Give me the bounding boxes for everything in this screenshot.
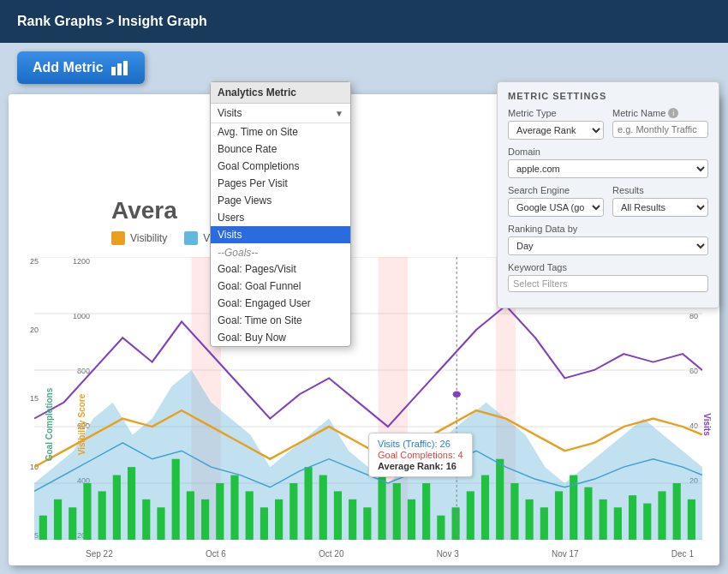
svg-rect-12 [39, 516, 47, 540]
svg-rect-1 [117, 63, 122, 75]
svg-rect-36 [393, 483, 401, 540]
breadcrumb-current: Insight Graph [118, 14, 207, 28]
keyword-tags-select[interactable]: Select Filters [508, 275, 708, 292]
analytics-dropdown: Analytics Metric Visits ▼ Avg. Time on S… [210, 81, 351, 347]
svg-rect-54 [658, 491, 665, 540]
add-metric-label: Add Metric [33, 60, 104, 75]
analytics-item-visits[interactable]: Visits [211, 226, 350, 243]
svg-rect-22 [187, 491, 194, 540]
metric-settings-panel: METRIC SETTINGS Metric Type Average Rank… [497, 81, 719, 308]
analytics-selected-value: Visits [218, 107, 242, 119]
axis-title-visits: Visits [701, 413, 711, 436]
axis-title-goal-completions: Goal Completions [45, 388, 54, 462]
top-bar: Rank Graphs > Insight Graph [0, 0, 728, 43]
svg-rect-50 [600, 499, 607, 540]
svg-rect-35 [378, 467, 385, 540]
chart-bar-icon [110, 60, 129, 75]
settings-row-tags: Keyword Tags Select Filters [508, 262, 708, 292]
analytics-group-goals: --Goals-- [211, 243, 350, 260]
svg-rect-27 [260, 507, 268, 540]
svg-rect-42 [481, 475, 489, 540]
settings-col-type: Metric Type Average Rank [508, 108, 604, 140]
breadcrumb-prefix: Rank Graphs > [17, 14, 118, 28]
svg-rect-47 [555, 491, 563, 540]
search-engine-select[interactable]: Google USA (google.co... [508, 198, 604, 217]
settings-row-engine-results: Search Engine Google USA (google.co... R… [508, 185, 708, 217]
analytics-list[interactable]: Avg. Time on Site Bounce Rate Goal Compl… [211, 123, 350, 346]
svg-rect-44 [510, 483, 518, 540]
metric-name-input[interactable] [612, 121, 708, 138]
analytics-item-bounce-rate[interactable]: Bounce Rate [211, 141, 350, 158]
analytics-item-goal-time[interactable]: Goal: Time on Site [211, 312, 350, 329]
svg-rect-45 [526, 499, 534, 540]
svg-rect-53 [643, 504, 651, 540]
svg-rect-55 [673, 483, 681, 540]
legend-color-visits [184, 231, 198, 245]
settings-row-ranking: Ranking Data by Day [508, 224, 708, 255]
svg-rect-41 [467, 491, 474, 540]
metric-settings-title: METRIC SETTINGS [508, 91, 708, 101]
settings-col-ranking: Ranking Data by Day [508, 224, 708, 255]
results-select[interactable]: All Results [612, 198, 708, 217]
svg-rect-16 [98, 491, 106, 540]
svg-point-58 [453, 392, 461, 398]
axis-title-visibility: Visibility Score [77, 394, 87, 456]
legend-color-visibility [111, 231, 125, 245]
svg-rect-31 [319, 475, 327, 540]
svg-rect-40 [452, 507, 460, 540]
results-label: Results [612, 185, 708, 195]
analytics-item-goal-funnel[interactable]: Goal: Goal Funnel [211, 278, 350, 295]
svg-rect-28 [275, 499, 283, 540]
analytics-item-goal-engaged[interactable]: Goal: Engaged User [211, 295, 350, 312]
domain-label: Domain [508, 146, 708, 157]
svg-rect-38 [422, 483, 430, 540]
svg-rect-26 [246, 491, 254, 540]
search-engine-label: Search Engine [508, 185, 604, 195]
analytics-item-page-views[interactable]: Page Views [211, 192, 350, 209]
svg-rect-20 [157, 507, 164, 540]
analytics-item-pages-per-visit[interactable]: Pages Per Visit [211, 175, 350, 192]
svg-rect-52 [629, 495, 636, 540]
svg-rect-29 [289, 483, 297, 540]
svg-rect-15 [83, 483, 91, 540]
svg-rect-39 [437, 516, 445, 540]
add-metric-button[interactable]: Add Metric [17, 51, 145, 84]
svg-rect-46 [540, 507, 548, 540]
svg-rect-18 [128, 467, 135, 540]
metric-type-select[interactable]: Average Rank [508, 121, 604, 140]
settings-col-name: Metric Name i [612, 108, 708, 140]
svg-rect-30 [304, 467, 312, 540]
settings-col-results: Results All Results [612, 185, 708, 217]
svg-rect-33 [349, 499, 356, 540]
keyword-tags-label: Keyword Tags [508, 262, 708, 272]
ranking-data-label: Ranking Data by [508, 224, 708, 234]
analytics-selected-row[interactable]: Visits ▼ [211, 104, 350, 123]
svg-rect-19 [142, 499, 150, 540]
svg-rect-24 [216, 483, 224, 540]
legend-item-visibility: Visibility [111, 231, 167, 245]
svg-rect-23 [201, 499, 209, 540]
analytics-item-goal-buy[interactable]: Goal: Buy Now [211, 329, 350, 346]
settings-col-engine: Search Engine Google USA (google.co... [508, 185, 604, 217]
tooltip-visits: Visits (Traffic): 26 [378, 439, 463, 449]
settings-col-tags: Keyword Tags Select Filters [508, 262, 708, 292]
svg-rect-14 [69, 507, 76, 540]
settings-row-type-name: Metric Type Average Rank Metric Name i [508, 108, 708, 140]
svg-rect-13 [54, 499, 62, 540]
svg-rect-34 [363, 507, 371, 540]
chart-title: Avera [111, 197, 177, 224]
breadcrumb: Rank Graphs > Insight Graph [17, 14, 207, 29]
svg-rect-25 [230, 475, 238, 540]
analytics-item-users[interactable]: Users [211, 209, 350, 226]
analytics-item-goal-pages[interactable]: Goal: Pages/Visit [211, 260, 350, 278]
analytics-item-avg-time[interactable]: Avg. Time on Site [211, 123, 350, 141]
svg-rect-2 [123, 61, 128, 75]
svg-rect-56 [688, 499, 695, 540]
ranking-data-select[interactable]: Day [508, 236, 708, 255]
svg-rect-51 [614, 507, 622, 540]
settings-row-domain: Domain apple.com [508, 146, 708, 178]
svg-rect-49 [584, 487, 592, 540]
analytics-item-goal-completions[interactable]: Goal Completions [211, 158, 350, 175]
domain-select[interactable]: apple.com [508, 159, 708, 178]
svg-rect-17 [113, 475, 121, 540]
